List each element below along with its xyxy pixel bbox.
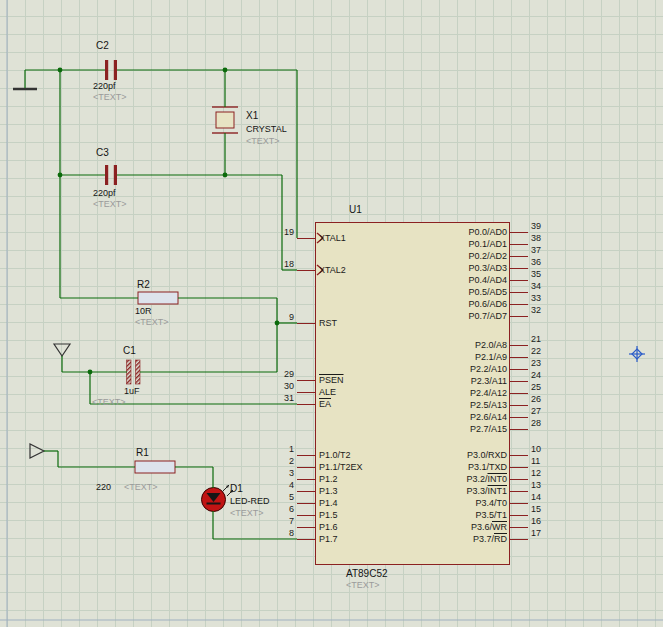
u1-pin-number: 37 — [531, 245, 561, 255]
u1-pin-34[interactable] — [510, 292, 528, 293]
u1-pin-19[interactable] — [297, 238, 315, 239]
u1-part-label[interactable]: AT89C52 — [346, 568, 388, 579]
u1-pin-name: P3.1/TXD — [378, 462, 507, 472]
u1-pin-31[interactable] — [297, 404, 315, 405]
x1-ref-label[interactable]: X1 — [246, 110, 258, 121]
r2-value-label[interactable]: 10R — [135, 306, 152, 317]
u1-ref-label[interactable]: U1 — [349, 204, 362, 215]
c1-plate — [136, 360, 141, 384]
u1-pin-15[interactable] — [510, 515, 528, 516]
u1-pin-17[interactable] — [510, 539, 528, 540]
u1-pin-name: P1.0/T2 — [319, 450, 351, 460]
u1-pin-number: 8 — [260, 528, 294, 538]
c3-placeholder-label: <TEXT> — [93, 199, 127, 210]
u1-pin-number: 26 — [531, 394, 561, 404]
u1-pin-name: P3.3/INT1 — [378, 486, 507, 496]
u1-pin-number: 35 — [531, 269, 561, 279]
c2-ref-label[interactable]: C2 — [96, 40, 109, 51]
u1-pin-number: 21 — [531, 334, 561, 344]
u1-pin-13[interactable] — [510, 491, 528, 492]
u1-pin-29[interactable] — [297, 380, 315, 381]
u1-pin-name: P2.3/A11 — [378, 376, 507, 386]
u1-pin-number: 15 — [531, 504, 561, 514]
u1-pin-2[interactable] — [297, 467, 315, 468]
capacitor-c3[interactable] — [105, 165, 117, 185]
c3-plate — [114, 165, 117, 185]
u1-pin-25[interactable] — [510, 393, 528, 394]
capacitor-c2[interactable] — [105, 60, 117, 80]
u1-pin-36[interactable] — [510, 268, 528, 269]
r2-ref-label[interactable]: R2 — [137, 279, 150, 290]
u1-pin-number: 3 — [260, 468, 294, 478]
u1-pin-name: P1.4 — [319, 498, 338, 508]
u1-pin-22[interactable] — [510, 357, 528, 358]
u1-pin-number: 2 — [260, 456, 294, 466]
u1-pin-14[interactable] — [510, 503, 528, 504]
d1-value-label[interactable]: LED-RED — [230, 496, 270, 507]
u1-pin-name: P1.1/T2EX — [319, 462, 363, 472]
u1-pin-1[interactable] — [297, 455, 315, 456]
u1-pin-8[interactable] — [297, 539, 315, 540]
u1-pin-4[interactable] — [297, 491, 315, 492]
c3-ref-label[interactable]: C3 — [96, 147, 109, 158]
u1-pin-number: 13 — [531, 480, 561, 490]
u1-pin-name: P2.4/A12 — [378, 388, 507, 398]
u1-pin-name: P1.2 — [319, 474, 338, 484]
u1-pin-18[interactable] — [297, 270, 315, 271]
u1-pin-33[interactable] — [510, 304, 528, 305]
u1-pin-35[interactable] — [510, 280, 528, 281]
power-terminal-down-icon[interactable] — [54, 344, 70, 356]
resistor-r1[interactable] — [135, 461, 175, 473]
u1-placeholder-label: <TEXT> — [346, 580, 380, 591]
u1-pin-39[interactable] — [510, 232, 528, 233]
resistor-r2[interactable] — [138, 292, 178, 304]
capacitor-c1[interactable] — [127, 360, 141, 384]
crystal-x1[interactable] — [212, 107, 238, 133]
u1-pin-number: 31 — [260, 393, 294, 403]
c2-value-label[interactable]: 220pf — [93, 81, 116, 92]
u1-pin-21[interactable] — [510, 345, 528, 346]
u1-pin-24[interactable] — [510, 381, 528, 382]
u1-pin-28[interactable] — [510, 429, 528, 430]
r1-placeholder-label: <TEXT> — [124, 482, 158, 493]
u1-pin-37[interactable] — [510, 256, 528, 257]
u1-pin-number: 23 — [531, 358, 561, 368]
r1-value-label[interactable]: 220 — [96, 482, 111, 493]
x1-value-label[interactable]: CRYSTAL — [246, 124, 287, 135]
c3-value-label[interactable]: 220pf — [93, 188, 116, 199]
u1-pin-number: 18 — [260, 259, 294, 269]
u1-pin-12[interactable] — [510, 479, 528, 480]
c1-value-label[interactable]: 1uF — [124, 386, 140, 397]
u1-pin-30[interactable] — [297, 392, 315, 393]
u1-pin-number: 10 — [531, 444, 561, 454]
u1-pin-6[interactable] — [297, 515, 315, 516]
u1-pin-11[interactable] — [510, 467, 528, 468]
r1-ref-label[interactable]: R1 — [136, 447, 149, 458]
u1-pin-name: RST — [319, 318, 337, 328]
u1-pin-16[interactable] — [510, 527, 528, 528]
u1-pin-9[interactable] — [297, 323, 315, 324]
d1-ref-label[interactable]: D1 — [230, 483, 243, 494]
u1-pin-32[interactable] — [510, 316, 528, 317]
power-terminal-right-icon[interactable] — [30, 444, 44, 458]
d1-placeholder-label: <TEXT> — [230, 508, 264, 519]
schematic-canvas[interactable]: 19XTAL118XTAL29RST29PSEN30ALE31EA1P1.0/T… — [0, 0, 663, 627]
u1-pin-number: 24 — [531, 370, 561, 380]
u1-pin-number: 38 — [531, 233, 561, 243]
u1-pin-27[interactable] — [510, 417, 528, 418]
u1-pin-number: 7 — [260, 516, 294, 526]
u1-pin-number: 32 — [531, 305, 561, 315]
u1-pin-number: 39 — [531, 221, 561, 231]
cursor-marker-icon — [629, 346, 645, 362]
u1-pin-name: P3.7/RD — [378, 534, 507, 544]
u1-pin-26[interactable] — [510, 405, 528, 406]
u1-pin-5[interactable] — [297, 503, 315, 504]
u1-pin-3[interactable] — [297, 479, 315, 480]
u1-pin-name: P2.1/A9 — [378, 352, 507, 362]
u1-pin-38[interactable] — [510, 244, 528, 245]
u1-pin-10[interactable] — [510, 455, 528, 456]
u1-pin-7[interactable] — [297, 527, 315, 528]
led-d1[interactable] — [202, 485, 234, 512]
c1-ref-label[interactable]: C1 — [123, 345, 136, 356]
u1-pin-23[interactable] — [510, 369, 528, 370]
